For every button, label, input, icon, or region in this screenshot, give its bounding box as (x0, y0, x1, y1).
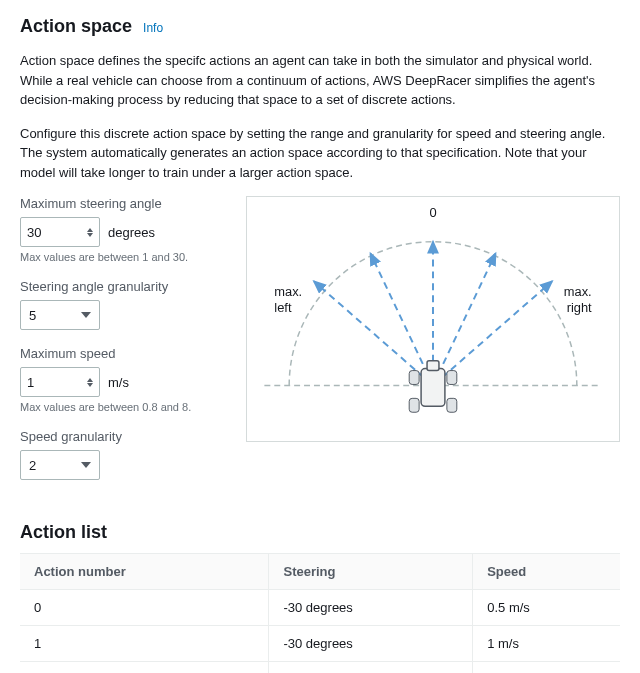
steering-granularity-select[interactable]: 5 (20, 300, 100, 330)
form-column: Maximum steering angle 30 degrees Max va… (20, 196, 220, 496)
svg-line-1 (314, 281, 433, 385)
speed-granularity-label: Speed granularity (20, 429, 220, 444)
svg-rect-6 (421, 369, 445, 407)
max-steering-angle-hint: Max values are between 1 and 30. (20, 251, 220, 263)
action-table: Action number Steering Speed 0-30 degree… (20, 553, 620, 673)
table-cell: 1 m/s (473, 626, 620, 662)
table-cell: -15 degrees (269, 662, 473, 674)
col-steering: Steering (269, 554, 473, 590)
table-cell: -30 degrees (269, 590, 473, 626)
col-action-number: Action number (20, 554, 269, 590)
table-cell: -30 degrees (269, 626, 473, 662)
stepper-icon[interactable] (87, 228, 93, 237)
svg-rect-11 (447, 398, 457, 412)
steering-granularity-label: Steering angle granularity (20, 279, 220, 294)
max-steering-angle-value: 30 (27, 225, 41, 240)
svg-rect-10 (409, 398, 419, 412)
table-row: 1-30 degrees1 m/s (20, 626, 620, 662)
table-row: 0-30 degrees0.5 m/s (20, 590, 620, 626)
max-steering-angle-label: Maximum steering angle (20, 196, 220, 211)
diagram-right-label-2: right (567, 300, 592, 315)
svg-rect-8 (409, 371, 419, 385)
table-row: 2-15 degrees0.5 m/s (20, 662, 620, 674)
max-steering-angle-unit: degrees (108, 225, 155, 240)
max-speed-value: 1 (27, 375, 34, 390)
info-link[interactable]: Info (143, 21, 163, 35)
max-speed-label: Maximum speed (20, 346, 220, 361)
title-text: Action space (20, 16, 132, 36)
table-cell: 2 (20, 662, 269, 674)
svg-rect-9 (447, 371, 457, 385)
svg-line-4 (433, 254, 495, 386)
table-cell: 0.5 m/s (473, 662, 620, 674)
svg-line-2 (371, 254, 433, 386)
table-cell: 1 (20, 626, 269, 662)
action-list-title: Action list (20, 522, 620, 543)
speed-granularity-value: 2 (29, 458, 36, 473)
diagram-left-label-2: left (274, 300, 292, 315)
speed-granularity-select[interactable]: 2 (20, 450, 100, 480)
max-speed-unit: m/s (108, 375, 129, 390)
diagram-right-label-1: max. (564, 284, 592, 299)
col-speed: Speed (473, 554, 620, 590)
diagram-top-label: 0 (429, 205, 436, 220)
chevron-down-icon (81, 462, 91, 468)
table-cell: 0.5 m/s (473, 590, 620, 626)
svg-rect-7 (427, 361, 439, 371)
steering-diagram: 0 max. left max. right (246, 196, 620, 442)
max-speed-hint: Max values are between 0.8 and 8. (20, 401, 220, 413)
table-cell: 0 (20, 590, 269, 626)
max-speed-input[interactable]: 1 (20, 367, 100, 397)
chevron-down-icon (81, 312, 91, 318)
max-steering-angle-input[interactable]: 30 (20, 217, 100, 247)
diagram-left-label-1: max. (274, 284, 302, 299)
svg-line-5 (433, 281, 552, 385)
page-title: Action space Info (20, 16, 620, 37)
steering-granularity-value: 5 (29, 308, 36, 323)
stepper-icon[interactable] (87, 378, 93, 387)
description-para-1: Action space defines the specifc actions… (20, 51, 620, 110)
description-para-2: Configure this discrete action space by … (20, 124, 620, 183)
